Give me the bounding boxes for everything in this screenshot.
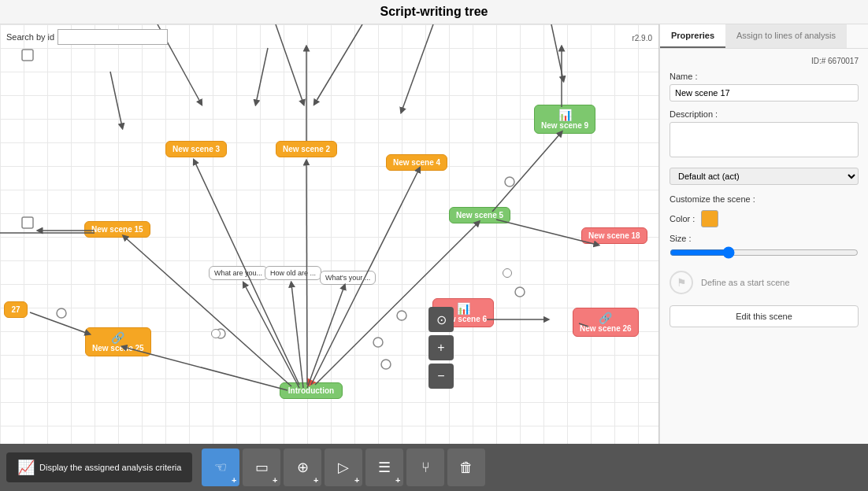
scene-plus: + (273, 475, 277, 485)
tool-touch[interactable]: ☜ + (202, 449, 239, 486)
color-swatch[interactable] (701, 210, 718, 227)
touch-plus: + (232, 475, 236, 485)
criteria-icon: 📈 (17, 459, 35, 476)
tab-assign[interactable]: Assign to lines of analysis (725, 24, 847, 48)
canvas-area[interactable]: Search by id r2.9.0 (0, 24, 659, 444)
tool-fork[interactable]: ⑂ (406, 449, 444, 486)
panel-content: ID:# 6670017 Name : Description : Defaul… (660, 49, 868, 444)
start-scene-text: Define as a start scene (701, 278, 790, 287)
node-scene9[interactable]: 📊 New scene 9 (534, 105, 595, 134)
node-27[interactable]: 27 (4, 301, 28, 318)
q-node1[interactable]: What are you... (209, 266, 268, 280)
delete-icon: 🗑 (459, 460, 473, 476)
tool-delete[interactable]: 🗑 (447, 449, 485, 486)
version-badge: r2.9.0 (632, 34, 652, 42)
act-select[interactable]: Default act (act) (670, 168, 859, 185)
display-criteria-btn[interactable]: 📈 Display the assigned analysis criteria (6, 452, 192, 482)
q-node2[interactable]: How old are ... (265, 266, 321, 280)
zoom-target-btn[interactable]: ⊙ (428, 307, 454, 332)
link-icon: ⊕ (297, 459, 309, 476)
touch-icon: ☜ (214, 459, 227, 476)
q-node3[interactable]: What's your ... (320, 271, 376, 285)
criteria-label: Display the assigned analysis criteria (39, 463, 181, 472)
node-scene26[interactable]: 🔗 New scene 26 (573, 308, 639, 337)
link-plus: + (313, 475, 318, 485)
customize-label: Customize the scene : (670, 194, 859, 204)
size-row: Size : (670, 234, 859, 261)
node-intro[interactable]: ▶ Introduction (280, 382, 343, 399)
panel-tabs: Propreries Assign to lines of analysis (660, 24, 868, 49)
zoom-minus-btn[interactable]: − (428, 364, 454, 389)
tool-play[interactable]: ▷ + (325, 449, 362, 486)
list-plus: + (395, 475, 400, 485)
tab-properties[interactable]: Propreries (660, 24, 725, 48)
play-icon: ▷ (338, 459, 349, 476)
node-scene4[interactable]: New scene 4 (386, 154, 447, 171)
name-input[interactable] (670, 84, 859, 102)
search-label: Search by id (6, 32, 54, 42)
node-scene15[interactable]: New scene 15 (84, 221, 150, 238)
zoom-plus-btn[interactable]: + (428, 335, 454, 360)
scene-icon: ▭ (255, 459, 269, 476)
main-area: Search by id r2.9.0 (0, 24, 868, 444)
edit-scene-btn[interactable]: Edit this scene (670, 305, 859, 327)
node-scene25[interactable]: 🔗 New scene 25 (85, 327, 151, 356)
play-marker: ▶ (307, 375, 316, 388)
act-select-row: Default act (act) (670, 168, 859, 185)
name-label: Name : (670, 72, 859, 81)
fork-icon: ⑂ (421, 460, 430, 476)
list-icon: ☰ (378, 459, 391, 476)
tool-list[interactable]: ☰ + (365, 449, 403, 486)
node-scene5[interactable]: New scene 5 (449, 207, 510, 223)
panel-id: ID:# 6670017 (670, 57, 859, 65)
start-flag-icon: ⚑ (670, 271, 693, 294)
title-bar: Script-writing tree (0, 0, 868, 24)
tool-link[interactable]: ⊕ + (284, 449, 321, 486)
zoom-controls: ⊙ + − (428, 307, 454, 389)
bottom-toolbar: 📈 Display the assigned analysis criteria… (0, 444, 868, 491)
app-title: Script-writing tree (380, 5, 488, 18)
canvas-toolbar: Search by id r2.9.0 (0, 29, 658, 45)
connector-dot1 (503, 268, 512, 278)
search-input[interactable] (57, 29, 168, 45)
start-scene-row: ⚑ Define as a start scene (670, 271, 859, 294)
app-container: Script-writing tree Search by id r2.9.0 (0, 0, 868, 491)
node-scene3[interactable]: New scene 3 (165, 141, 227, 157)
right-panel: Propreries Assign to lines of analysis I… (659, 24, 868, 444)
description-label: Description : (670, 109, 859, 119)
description-input[interactable] (670, 122, 859, 157)
connector-dot2 (211, 329, 221, 338)
play-plus: + (354, 475, 359, 485)
tool-scene[interactable]: ▭ + (243, 449, 280, 486)
node-scene2[interactable]: New scene 2 (276, 141, 337, 157)
color-row: Color : (670, 210, 859, 227)
size-label: Size : (670, 234, 859, 243)
node-scene18[interactable]: New scene 18 (581, 227, 647, 244)
color-label: Color : (670, 214, 695, 223)
size-slider[interactable] (670, 246, 859, 259)
